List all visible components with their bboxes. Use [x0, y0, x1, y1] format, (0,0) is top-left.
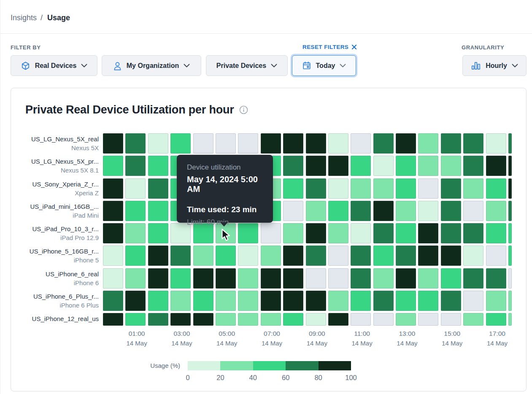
heatmap-cell[interactable]	[396, 268, 416, 289]
heatmap-cell[interactable]	[351, 201, 371, 221]
heatmap-cell[interactable]	[441, 156, 461, 176]
heatmap-cell[interactable]	[283, 201, 303, 221]
heatmap-cell[interactable]	[148, 156, 168, 176]
heatmap-cell[interactable]	[216, 313, 236, 326]
heatmap-cell[interactable]	[238, 313, 258, 326]
heatmap-cell[interactable]	[328, 201, 348, 221]
heatmap-cell[interactable]	[103, 268, 123, 289]
heatmap-cell[interactable]	[283, 133, 303, 154]
heatmap-cell[interactable]	[125, 223, 146, 243]
heatmap-cell[interactable]	[283, 268, 303, 289]
heatmap-cell[interactable]	[125, 133, 146, 154]
heatmap-cell[interactable]	[328, 268, 348, 289]
heatmap-cell[interactable]	[351, 133, 371, 154]
info-icon[interactable]	[239, 105, 248, 114]
heatmap-cell[interactable]	[508, 223, 512, 243]
heatmap-cell[interactable]	[486, 291, 506, 311]
heatmap-cell[interactable]	[373, 223, 394, 243]
heatmap-cell[interactable]	[306, 223, 326, 243]
heatmap-cell[interactable]	[418, 223, 438, 243]
heatmap-cell[interactable]	[373, 156, 394, 176]
heatmap-cell[interactable]	[261, 223, 281, 243]
heatmap-cell[interactable]	[441, 133, 461, 154]
heatmap-cell[interactable]	[283, 223, 303, 243]
heatmap-cell[interactable]	[261, 268, 281, 289]
heatmap-cell[interactable]	[193, 133, 213, 154]
heatmap-cell[interactable]	[103, 156, 123, 176]
heatmap-cell[interactable]	[373, 178, 394, 199]
heatmap-cell[interactable]	[328, 178, 348, 199]
heatmap-cell[interactable]	[486, 223, 506, 243]
heatmap-cell[interactable]	[508, 246, 512, 266]
heatmap-cell[interactable]	[486, 178, 506, 199]
heatmap-cell[interactable]	[351, 178, 371, 199]
heatmap-cell[interactable]	[328, 133, 348, 154]
heatmap-cell[interactable]	[463, 268, 483, 289]
heatmap-cell[interactable]	[148, 178, 168, 199]
heatmap-cell[interactable]	[306, 133, 326, 154]
breadcrumb-insights[interactable]: Insights	[11, 13, 37, 22]
heatmap-cell[interactable]	[148, 246, 168, 266]
heatmap-cell[interactable]	[396, 133, 416, 154]
heatmap-cell[interactable]	[508, 156, 512, 176]
heatmap-cell[interactable]	[148, 268, 168, 289]
heatmap-cell[interactable]	[373, 313, 394, 326]
heatmap-cell[interactable]	[396, 291, 416, 311]
heatmap-cell[interactable]	[216, 268, 236, 289]
heatmap-cell[interactable]	[463, 201, 483, 221]
reset-filters-button[interactable]: RESET FILTERS	[302, 44, 357, 50]
heatmap-cell[interactable]	[103, 223, 123, 243]
heatmap-cell[interactable]	[125, 246, 146, 266]
heatmap-cell[interactable]	[463, 178, 483, 199]
heatmap-cell[interactable]	[328, 291, 348, 311]
heatmap-cell[interactable]	[328, 313, 348, 326]
heatmap-cell[interactable]	[486, 313, 506, 326]
heatmap-cell[interactable]	[441, 201, 461, 221]
heatmap-cell[interactable]	[125, 156, 146, 176]
heatmap-cell[interactable]	[396, 313, 416, 326]
heatmap-cell[interactable]	[463, 313, 483, 326]
heatmap-cell[interactable]	[508, 133, 512, 154]
heatmap-cell[interactable]	[238, 133, 258, 154]
heatmap-cell[interactable]	[373, 133, 394, 154]
heatmap-cell[interactable]	[418, 246, 438, 266]
heatmap-cell[interactable]	[103, 201, 123, 221]
private-devices-dropdown[interactable]: Private Devices	[206, 55, 288, 76]
heatmap-cell[interactable]	[486, 246, 506, 266]
heatmap-cell[interactable]	[283, 246, 303, 266]
heatmap-cell[interactable]	[441, 291, 461, 311]
heatmap-cell[interactable]	[148, 133, 168, 154]
heatmap-cell[interactable]	[486, 133, 506, 154]
heatmap-cell[interactable]	[441, 246, 461, 266]
real-devices-dropdown[interactable]: Real Devices	[11, 55, 97, 76]
heatmap-cell[interactable]	[170, 313, 191, 326]
heatmap-cell[interactable]	[238, 246, 258, 266]
heatmap-cell[interactable]	[463, 223, 483, 243]
heatmap-cell[interactable]	[418, 268, 438, 289]
heatmap-cell[interactable]	[418, 133, 438, 154]
heatmap-cell[interactable]	[238, 268, 258, 289]
heatmap-cell[interactable]	[328, 156, 348, 176]
heatmap-cell[interactable]	[103, 178, 123, 199]
heatmap-cell[interactable]	[486, 201, 506, 221]
heatmap-cell[interactable]	[216, 133, 236, 154]
heatmap-cell[interactable]	[283, 313, 303, 326]
heatmap-cell[interactable]	[283, 156, 303, 176]
heatmap-cell[interactable]	[103, 291, 123, 311]
heatmap-cell[interactable]	[508, 201, 512, 221]
heatmap-cell[interactable]	[418, 313, 438, 326]
heatmap-cell[interactable]	[508, 291, 512, 311]
heatmap-cell[interactable]	[103, 133, 123, 154]
heatmap-cell[interactable]	[306, 178, 326, 199]
heatmap-cell[interactable]	[261, 133, 281, 154]
heatmap-cell[interactable]	[373, 291, 394, 311]
heatmap-cell[interactable]	[463, 156, 483, 176]
heatmap-cell[interactable]	[148, 201, 168, 221]
heatmap-cell[interactable]	[193, 313, 213, 326]
heatmap-cell[interactable]	[396, 246, 416, 266]
heatmap-cell[interactable]	[103, 313, 123, 326]
heatmap-cell[interactable]	[351, 313, 371, 326]
heatmap-cell[interactable]	[396, 178, 416, 199]
heatmap-cell[interactable]	[373, 246, 394, 266]
heatmap-cell[interactable]	[441, 223, 461, 243]
